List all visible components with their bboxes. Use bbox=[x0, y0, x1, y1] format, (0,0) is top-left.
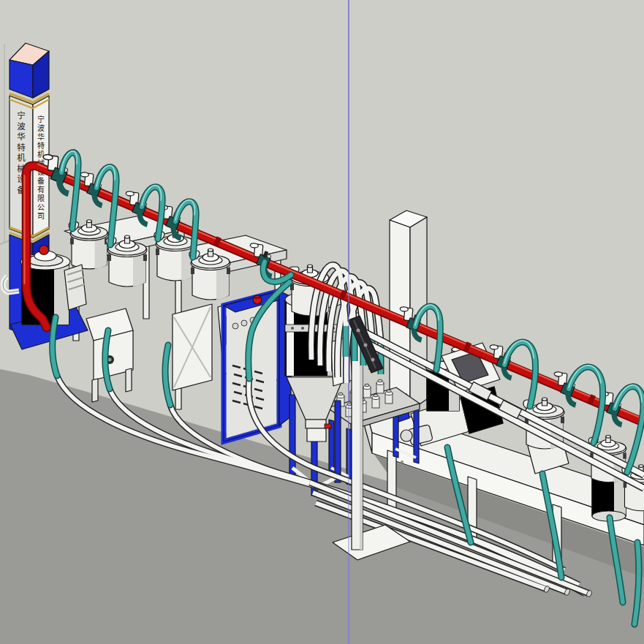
hopper-outlet-valve bbox=[325, 424, 331, 428]
cabinet-knob[interactable] bbox=[232, 323, 238, 329]
cad-viewport-3d-scene: 宁波华特机械设备 宁波华特机械设备有限公司 bbox=[0, 0, 644, 644]
cabinet-knob[interactable] bbox=[241, 320, 247, 326]
bench-leg bbox=[387, 450, 396, 512]
hopper-outlet bbox=[306, 420, 326, 428]
pump-red-cap bbox=[39, 246, 49, 255]
hopper-outlet-box bbox=[307, 428, 326, 442]
cabinet-red-valve[interactable] bbox=[253, 295, 262, 304]
